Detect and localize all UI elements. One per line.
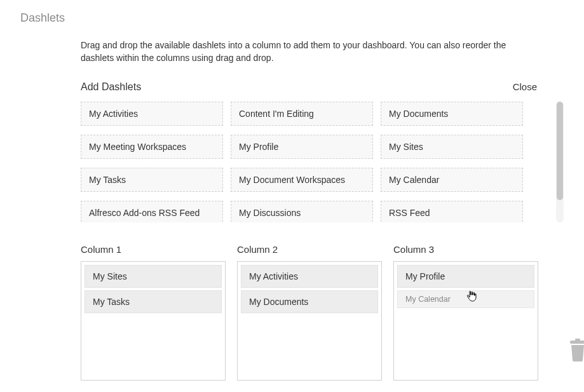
- dashlet-my-discussions[interactable]: My Discussions: [231, 201, 373, 222]
- column-1-dropzone[interactable]: My Sites My Tasks: [81, 261, 226, 381]
- column-3-title: Column 3: [393, 244, 538, 255]
- close-button[interactable]: Close: [513, 81, 537, 92]
- intro-text: Drag and drop the available dashlets int…: [81, 39, 538, 65]
- column-item-my-calendar[interactable]: My Calendar: [397, 290, 534, 308]
- available-dashlets-panel: My Activities Content I'm Editing My Doc…: [81, 102, 564, 222]
- column-3-dropzone[interactable]: My Profile My Calendar: [393, 261, 538, 381]
- page-title: Dashlets: [20, 11, 578, 25]
- column-2-title: Column 2: [237, 244, 382, 255]
- dashlet-alfresco-addons-rss-feed[interactable]: Alfresco Add-ons RSS Feed: [81, 201, 223, 222]
- dashlet-my-activities[interactable]: My Activities: [81, 102, 223, 126]
- dashlet-my-document-workspaces[interactable]: My Document Workspaces: [231, 168, 373, 192]
- dashlet-content-im-editing[interactable]: Content I'm Editing: [231, 102, 373, 126]
- add-dashlets-heading: Add Dashlets: [81, 81, 141, 93]
- column-3: Column 3 My Profile My Calendar: [393, 244, 538, 381]
- dashlet-my-tasks[interactable]: My Tasks: [81, 168, 223, 192]
- dashlet-my-meeting-workspaces[interactable]: My Meeting Workspaces: [81, 135, 223, 159]
- dashlet-my-documents[interactable]: My Documents: [381, 102, 523, 126]
- dashlet-my-calendar[interactable]: My Calendar: [381, 168, 523, 192]
- palette-scrollbar[interactable]: [556, 102, 564, 222]
- column-item-my-tasks[interactable]: My Tasks: [85, 290, 222, 313]
- column-item-my-sites[interactable]: My Sites: [85, 265, 222, 288]
- column-item-my-documents[interactable]: My Documents: [241, 290, 378, 313]
- trash-icon[interactable]: [569, 339, 584, 362]
- svg-rect-0: [575, 339, 580, 341]
- column-2-dropzone[interactable]: My Activities My Documents: [237, 261, 382, 381]
- dashlet-my-profile[interactable]: My Profile: [231, 135, 373, 159]
- dashlet-rss-feed[interactable]: RSS Feed: [381, 201, 523, 222]
- column-1-title: Column 1: [81, 244, 226, 255]
- column-2: Column 2 My Activities My Documents: [237, 244, 382, 381]
- svg-rect-1: [570, 341, 584, 344]
- column-1: Column 1 My Sites My Tasks: [81, 244, 226, 381]
- column-item-my-profile[interactable]: My Profile: [397, 265, 534, 288]
- column-item-my-activities[interactable]: My Activities: [241, 265, 378, 288]
- dashlet-my-sites[interactable]: My Sites: [381, 135, 523, 159]
- palette-scrollbar-thumb[interactable]: [557, 102, 563, 200]
